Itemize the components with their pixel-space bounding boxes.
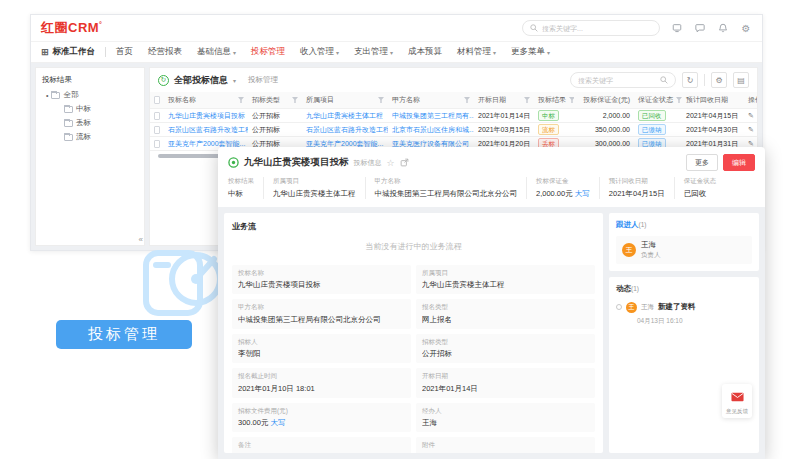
nav-item-materials[interactable]: 材料管理▾: [457, 46, 496, 58]
detail-field: 甲方名称中城投集团第三工程局有限公司北京分公司: [232, 299, 411, 329]
bid-name-link[interactable]: 九华山庄贵宾楼项目投标: [168, 111, 245, 121]
nav-item-reports[interactable]: 经营报表: [148, 46, 182, 58]
breadcrumb: 投标管理: [248, 75, 278, 85]
nav-item-home[interactable]: 首页: [116, 46, 133, 58]
settings-gear-button[interactable]: ⚙: [711, 72, 727, 88]
col-header-project[interactable]: 所属项目: [302, 95, 388, 105]
bell-icon[interactable]: [717, 22, 729, 34]
more-button[interactable]: 更多: [686, 154, 718, 171]
nav-item-expense[interactable]: 支出管理▾: [354, 46, 393, 58]
search-icon: [530, 24, 538, 32]
nav-item-basic-info[interactable]: 基础信息▾: [197, 46, 236, 58]
global-search-input[interactable]: [542, 25, 652, 32]
select-all-checkbox[interactable]: [154, 96, 160, 104]
edit-icon[interactable]: ✎: [748, 112, 754, 120]
tree-node-aborted[interactable]: 流标: [64, 132, 138, 142]
gear-icon[interactable]: ⚙: [740, 22, 752, 34]
nav-item-bid-management[interactable]: 投标管理: [251, 46, 285, 58]
toolbar-right: ↻ ⚙ ▤: [570, 72, 749, 88]
nav-item-cost-budget[interactable]: 成本预算: [408, 46, 442, 58]
row-checkbox[interactable]: [154, 140, 160, 148]
col-header-result[interactable]: 投标结果: [534, 95, 574, 105]
brand-name: 红圈CRM: [41, 20, 99, 35]
workbench-label: 标准工作台: [53, 46, 96, 58]
project-link[interactable]: 石景山区蓝石路升改造工程: [306, 125, 388, 135]
global-search[interactable]: [522, 20, 660, 36]
party-link[interactable]: 中城投集团第三工程局有限公司北京分公司: [238, 315, 405, 325]
edit-button[interactable]: 编辑: [723, 154, 755, 171]
key-field-deposit-status: 保证金状态 已回收: [674, 177, 726, 199]
detail-field: 经办人王海: [416, 403, 595, 433]
feedback-button[interactable]: 意见反馈: [722, 384, 752, 418]
party-link[interactable]: 中城投集团第三工程局有限公司北京分公司: [375, 189, 518, 199]
bid-name-link[interactable]: 石景山区蓝石路升改造工程: [168, 125, 248, 135]
bid-detail-panel: 九华山庄贵宾楼项目投标 投标信息 ☆ 更多 编辑 投标结果 中标 所属项目 九华…: [218, 147, 765, 459]
col-header-bid-name[interactable]: 投标名称: [164, 95, 248, 105]
project-link[interactable]: 九华山庄贵宾楼主体工程: [422, 280, 589, 290]
row-checkbox[interactable]: [154, 112, 160, 120]
chevron-down-icon[interactable]: ▾: [233, 77, 236, 84]
detail-field: 报名截止时间2021年01月10日 18:01: [232, 368, 411, 398]
project-link[interactable]: 九华山庄贵宾楼主体工程: [273, 189, 356, 199]
project-link[interactable]: 九华山庄贵宾楼主体工程: [306, 111, 383, 121]
filter-icon[interactable]: [524, 97, 530, 103]
handler-link[interactable]: 王海: [422, 418, 589, 428]
sidebar: 投标结果 • 全部 中标 丢标 流标 «: [35, 67, 145, 246]
detail-field: 招标人李朝阳: [232, 334, 411, 364]
activity-time: 04月13日 16:10: [637, 317, 752, 326]
column-config-button[interactable]: ▤: [733, 72, 749, 88]
detail-subtitle: 投标信息: [354, 158, 382, 168]
share-icon[interactable]: [400, 158, 409, 167]
key-fields-bar: 投标结果 中标 所属项目 九华山庄贵宾楼主体工程 甲方名称 中城投集团第三工程局…: [218, 175, 765, 207]
nav-item-income[interactable]: 收入管理▾: [300, 46, 339, 58]
list-search-input[interactable]: [578, 77, 656, 84]
col-header-tender-type[interactable]: 招标类型: [248, 95, 302, 105]
reload-button[interactable]: ↻: [682, 72, 698, 88]
party-link[interactable]: 中城投集团第三工程局有...: [392, 111, 474, 121]
col-header-party[interactable]: 甲方名称: [388, 95, 474, 105]
filter-icon[interactable]: [464, 97, 470, 103]
filter-icon[interactable]: [292, 97, 298, 103]
list-search[interactable]: [570, 72, 676, 88]
activity-action: 新建了资料: [658, 302, 696, 312]
list-title: 全部投标信息: [174, 74, 228, 87]
follower-item[interactable]: 王 王海 负责人: [616, 236, 752, 264]
refresh-icon[interactable]: ↻: [158, 75, 169, 86]
tree-node-all[interactable]: • 全部: [46, 90, 138, 100]
col-header-recover-date[interactable]: 预计回收日期: [682, 95, 744, 105]
bid-record-icon: [228, 157, 239, 168]
table-row[interactable]: 九华山庄贵宾楼项目投标 公开招标 九华山庄贵宾楼主体工程 中城投集团第三工程局有…: [150, 109, 757, 123]
status-badge: 流标: [538, 124, 559, 135]
envelope-icon: [731, 392, 744, 402]
party-link[interactable]: 北京市石景山区住房和城...: [392, 125, 474, 135]
module-label: 投标管理: [88, 325, 160, 344]
col-header-open-date[interactable]: 开标日期: [474, 95, 534, 105]
col-header-deposit-status[interactable]: 保证金状态: [634, 95, 682, 105]
toolbar-left: ↻ 全部投标信息 ▾ 投标管理: [158, 74, 278, 87]
status-badge: 中标: [538, 110, 559, 121]
activity-card: 动态(1) 王 王海 新建了资料 04月13日 16:10: [609, 277, 759, 454]
activity-title: 动态(1): [616, 284, 752, 294]
brand-sup: °: [99, 21, 102, 28]
chevron-down-icon: ▾: [390, 49, 393, 56]
tree-node-lost[interactable]: 丢标: [64, 118, 138, 128]
clock-icon: [616, 304, 622, 310]
filter-icon[interactable]: [238, 97, 244, 103]
message-icon[interactable]: [694, 22, 706, 34]
page: 红圈CRM° ⚙ ⊞: [0, 0, 792, 459]
workspace-icon[interactable]: [671, 22, 683, 34]
amount-in-words-link[interactable]: 大写: [575, 189, 590, 198]
amount-in-words-link[interactable]: 大写: [271, 418, 286, 427]
table-row[interactable]: 石景山区蓝石路升改造工程 公开招标 石景山区蓝石路升改造工程 北京市石景山区住房…: [150, 123, 757, 137]
detail-body: 业务流 当前没有进行中的业务流程 投标名称九华山庄贵宾楼项目投标 所属项目九华山…: [218, 207, 765, 459]
tree-node-won[interactable]: 中标: [64, 104, 138, 114]
col-header-deposit[interactable]: 投标保证金(元): [574, 95, 634, 105]
star-icon[interactable]: ☆: [387, 158, 395, 168]
nav-item-more-menu[interactable]: 更多菜单▾: [511, 46, 550, 58]
filter-icon[interactable]: [378, 97, 384, 103]
module-label-pill: 投标管理: [56, 320, 192, 349]
edit-icon[interactable]: ✎: [748, 126, 754, 134]
detail-main: 业务流 当前没有进行中的业务流程 投标名称九华山庄贵宾楼项目投标 所属项目九华山…: [224, 213, 603, 454]
row-checkbox[interactable]: [154, 126, 160, 134]
workbench-switcher[interactable]: ⊞ 标准工作台: [41, 46, 95, 58]
